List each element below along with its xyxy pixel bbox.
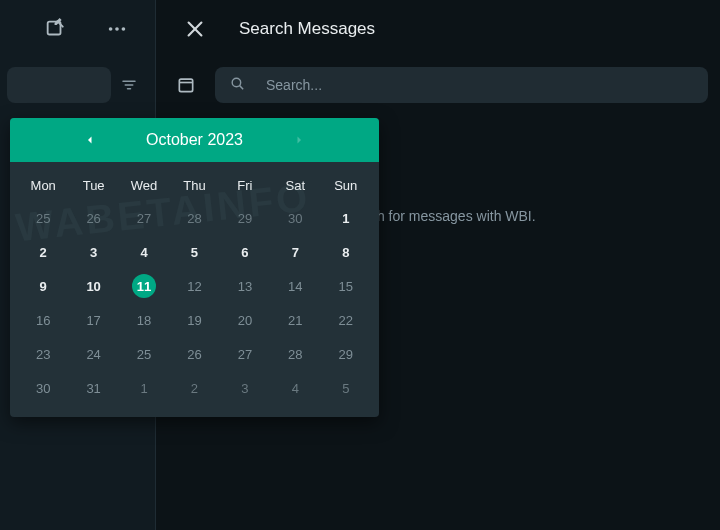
calendar-day[interactable]: 2 <box>169 371 219 405</box>
calendar-day[interactable]: 12 <box>169 269 219 303</box>
calendar-day[interactable]: 6 <box>220 235 270 269</box>
calendar-day[interactable]: 3 <box>68 235 118 269</box>
month-label[interactable]: October 2023 <box>146 131 243 149</box>
right-toolbar <box>155 58 720 112</box>
calendar-day[interactable]: 27 <box>119 201 169 235</box>
toolbar <box>0 58 720 112</box>
calendar-day[interactable]: 27 <box>220 337 270 371</box>
calendar-day[interactable]: 28 <box>169 201 219 235</box>
calendar-day[interactable]: 17 <box>68 303 118 337</box>
calendar-day[interactable]: 15 <box>321 269 371 303</box>
calendar-day[interactable]: 20 <box>220 303 270 337</box>
calendar-grid: MonTueWedThuFriSatSun 252627282930123456… <box>10 162 379 417</box>
calendar-week-row: 2526272829301 <box>18 201 371 235</box>
calendar-week-row: 2345678 <box>18 235 371 269</box>
calendar-day[interactable]: 2 <box>18 235 68 269</box>
calendar-day[interactable]: 29 <box>321 337 371 371</box>
prev-month-button[interactable] <box>76 126 104 154</box>
calendar-day[interactable]: 26 <box>169 337 219 371</box>
calendar-day[interactable]: 10 <box>68 269 118 303</box>
calendar-day[interactable]: 18 <box>119 303 169 337</box>
header-title: Search Messages <box>239 19 375 39</box>
calendar-week-row: 23242526272829 <box>18 337 371 371</box>
calendar-day[interactable]: 8 <box>321 235 371 269</box>
svg-point-3 <box>122 27 126 31</box>
calendar-day[interactable]: 31 <box>68 371 118 405</box>
calendar-day[interactable]: 14 <box>270 269 320 303</box>
svg-point-2 <box>115 27 119 31</box>
calendar-day[interactable]: 26 <box>68 201 118 235</box>
svg-point-1 <box>109 27 113 31</box>
calendar-day[interactable]: 30 <box>270 201 320 235</box>
left-toolbar <box>0 58 155 112</box>
day-of-week-label: Sat <box>270 170 320 201</box>
day-of-week-label: Tue <box>68 170 118 201</box>
calendar-day[interactable]: 29 <box>220 201 270 235</box>
calendar-week-row: 9101112131415 <box>18 269 371 303</box>
svg-rect-9 <box>179 79 192 92</box>
search-header: Search Messages <box>155 0 720 58</box>
close-button[interactable] <box>175 9 215 49</box>
new-chat-button[interactable] <box>35 9 75 49</box>
date-picker-header: October 2023 <box>10 118 379 162</box>
top-bar: Search Messages <box>0 0 720 58</box>
calendar-button[interactable] <box>167 66 205 104</box>
calendar-week-row: 16171819202122 <box>18 303 371 337</box>
date-picker: October 2023 MonTueWedThuFriSatSun 25262… <box>10 118 379 417</box>
calendar-day[interactable]: 3 <box>220 371 270 405</box>
svg-point-11 <box>232 78 241 87</box>
calendar-day[interactable]: 4 <box>270 371 320 405</box>
calendar-day[interactable]: 24 <box>68 337 118 371</box>
calendar-day[interactable]: 1 <box>119 371 169 405</box>
calendar-day[interactable]: 16 <box>18 303 68 337</box>
calendar-day[interactable]: 21 <box>270 303 320 337</box>
calendar-day[interactable]: 11 <box>119 269 169 303</box>
calendar-day[interactable]: 5 <box>169 235 219 269</box>
calendar-day[interactable]: 25 <box>119 337 169 371</box>
calendar-day[interactable]: 5 <box>321 371 371 405</box>
day-of-week-row: MonTueWedThuFriSatSun <box>18 170 371 201</box>
calendar-day[interactable]: 1 <box>321 201 371 235</box>
svg-line-12 <box>240 85 244 89</box>
day-of-week-label: Mon <box>18 170 68 201</box>
filter-button[interactable] <box>111 67 148 103</box>
calendar-week-row: 303112345 <box>18 371 371 405</box>
day-of-week-label: Fri <box>220 170 270 201</box>
calendar-day[interactable]: 7 <box>270 235 320 269</box>
search-icon <box>229 75 246 96</box>
search-input[interactable] <box>266 77 694 93</box>
calendar-day[interactable]: 19 <box>169 303 219 337</box>
day-of-week-label: Sun <box>321 170 371 201</box>
calendar-day[interactable]: 23 <box>18 337 68 371</box>
left-header <box>0 0 155 58</box>
search-field[interactable] <box>215 67 708 103</box>
calendar-day[interactable]: 13 <box>220 269 270 303</box>
menu-button[interactable] <box>97 9 137 49</box>
calendar-day[interactable]: 22 <box>321 303 371 337</box>
calendar-day[interactable]: 25 <box>18 201 68 235</box>
calendar-day[interactable]: 9 <box>18 269 68 303</box>
calendar-day[interactable]: 30 <box>18 371 68 405</box>
chat-list-tab[interactable] <box>7 67 111 103</box>
day-of-week-label: Thu <box>169 170 219 201</box>
next-month-button[interactable] <box>285 126 313 154</box>
calendar-day[interactable]: 28 <box>270 337 320 371</box>
calendar-day[interactable]: 4 <box>119 235 169 269</box>
day-of-week-label: Wed <box>119 170 169 201</box>
